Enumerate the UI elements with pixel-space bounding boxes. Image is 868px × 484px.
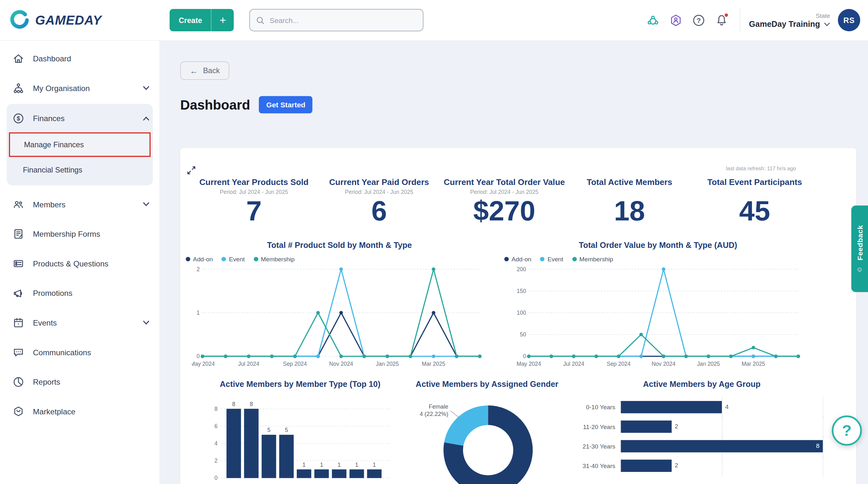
chart-products-title: Total # Product Sold by Month & Type <box>180 240 499 250</box>
sidebar-item-label: Promotions <box>33 288 72 297</box>
create-button[interactable]: Create + <box>170 9 234 31</box>
feedback-label: Feedback <box>856 225 864 260</box>
legend-item-add-on: Add-on <box>504 256 531 262</box>
legend-orders: Add-onEventMembership <box>504 256 817 262</box>
feedback-tab[interactable]: Feedback ☺ <box>851 205 868 292</box>
age-value: 2 <box>675 462 678 468</box>
age-category-label: 31-40 Years <box>570 462 615 469</box>
sidebar-item-members[interactable]: Members <box>0 190 160 219</box>
last-refresh-note: last data refresh: 117 hr/s ago <box>726 165 796 171</box>
search-input[interactable] <box>270 16 417 24</box>
get-started-button[interactable]: Get Started <box>259 96 313 113</box>
chevron-down-icon <box>143 202 150 206</box>
legend-dot <box>186 257 190 261</box>
community-icon[interactable] <box>646 13 660 27</box>
svg-text:4 (22.22%): 4 (22.22%) <box>420 410 448 417</box>
expand-icon[interactable] <box>186 165 196 175</box>
help-icon[interactable]: ? <box>691 13 706 27</box>
legend-products: Add-onEventMembership <box>186 256 499 262</box>
stat-title: Total Event Participants <box>692 177 817 187</box>
age-gridline <box>722 416 722 437</box>
search-box[interactable] <box>250 9 424 31</box>
gameday-logo: GAMEDAY <box>9 9 102 31</box>
age-track: 4 <box>620 401 823 413</box>
legend-item-membership: Membership <box>572 256 613 262</box>
age-category-label: 0-10 Years <box>570 403 615 410</box>
chevron-down-icon <box>143 320 150 325</box>
communications-icon <box>12 346 24 358</box>
age-track: 8 <box>620 440 823 452</box>
sidebar-item-my-organisation[interactable]: My Organisation <box>0 73 160 103</box>
svg-text:8: 8 <box>232 401 236 407</box>
chart-age-title: Active Members by Age Group <box>570 379 833 389</box>
stats-row: Current Year Products SoldPeriod: Jul 20… <box>180 148 857 226</box>
stat-value: $270 <box>442 197 567 226</box>
age-category-label: 11-20 Years <box>570 423 615 430</box>
age-gridline <box>823 416 823 437</box>
sidebar-item-label: Finances <box>33 114 64 123</box>
svg-text:May 2024: May 2024 <box>516 360 541 367</box>
stat-value: 45 <box>692 197 817 226</box>
sidebar-item-label: Members <box>33 200 65 209</box>
sidebar-item-events[interactable]: Events <box>0 308 160 337</box>
search-icon <box>256 15 265 25</box>
svg-text:200: 200 <box>516 266 526 272</box>
svg-text:6: 6 <box>214 423 218 429</box>
sidebar-item-manage-finances[interactable]: Manage Finances <box>9 132 151 157</box>
back-button[interactable]: ← Back <box>180 61 229 80</box>
stat-current-year-paid-orders: Current Year Paid OrdersPeriod: Jul 2024… <box>316 177 442 226</box>
stat-value: 18 <box>567 197 692 226</box>
marketplace-icon <box>12 405 24 417</box>
age-gridline <box>722 397 722 418</box>
line-charts-row: Total # Product Sold by Month & Type Add… <box>180 240 857 370</box>
events-icon <box>12 316 24 329</box>
org-switcher[interactable]: State GameDay Training <box>749 12 830 28</box>
passport-hexagon-icon[interactable] <box>669 13 683 27</box>
topbar: GAMEDAY Create + ? <box>0 0 868 41</box>
svg-text:1: 1 <box>355 461 359 468</box>
svg-text:Mar 2025: Mar 2025 <box>422 360 445 367</box>
stat-period: Period: Jul 2024 - Jun 2025 <box>316 189 442 196</box>
gameday-logo-mark <box>9 9 30 31</box>
sidebar-item-financial-settings[interactable]: Financial Settings <box>7 158 153 181</box>
sidebar-item-marketplace[interactable]: Marketplace <box>0 396 160 426</box>
feedback-smiley-icon: ☺ <box>856 265 863 272</box>
donut-chart: Female4 (22.22%) <box>403 389 570 484</box>
create-label: Create <box>170 16 211 24</box>
svg-text:1: 1 <box>303 461 306 468</box>
legend-item-membership: Membership <box>254 256 295 262</box>
svg-text:8: 8 <box>214 405 218 412</box>
stat-period <box>567 189 692 196</box>
legend-dot <box>254 257 258 261</box>
svg-text:1: 1 <box>196 309 199 316</box>
help-fab[interactable]: ? <box>832 416 862 446</box>
age-value: 2 <box>675 422 678 429</box>
sidebar-item-label: Reports <box>33 377 60 386</box>
home-icon <box>12 52 24 64</box>
main-content: ← Back Dashboard Get Started last data r… <box>160 41 868 484</box>
age-row-31-40-years: 31-40 Years2 <box>570 459 833 472</box>
stat-title: Current Year Products Sold <box>191 177 316 187</box>
sidebar-item-products-questions[interactable]: Products & Questions <box>0 249 160 278</box>
age-gridline <box>823 397 823 418</box>
age-gridline <box>823 456 823 476</box>
svg-text:Jul 2024: Jul 2024 <box>563 360 584 367</box>
topbar-right: ? State GameDay Training RS <box>646 8 860 32</box>
age-track: 2 <box>620 459 823 472</box>
sidebar-item-dashboard[interactable]: Dashboard <box>0 44 160 73</box>
notifications-bell-icon[interactable] <box>714 13 728 27</box>
bar-chart: 02468885511111 <box>208 389 393 484</box>
age-category-label: 21-30 Years <box>570 443 615 449</box>
sidebar-item-communications[interactable]: Communications <box>0 337 160 367</box>
notification-dot <box>724 12 728 17</box>
age-value: 4 <box>725 403 729 409</box>
sidebar-item-promotions[interactable]: Promotions <box>0 278 160 308</box>
avatar[interactable]: RS <box>838 9 860 31</box>
sidebar-item-reports[interactable]: Reports <box>0 367 160 397</box>
back-label: Back <box>203 66 220 75</box>
sidebar-item-membership-forms[interactable]: Membership Forms <box>0 219 160 249</box>
svg-text:0: 0 <box>196 353 199 360</box>
age-row-0-10-years: 0-10 Years4 <box>570 401 833 413</box>
legend-item-event: Event <box>540 256 563 262</box>
sidebar-item-finances[interactable]: $Finances <box>7 104 153 132</box>
